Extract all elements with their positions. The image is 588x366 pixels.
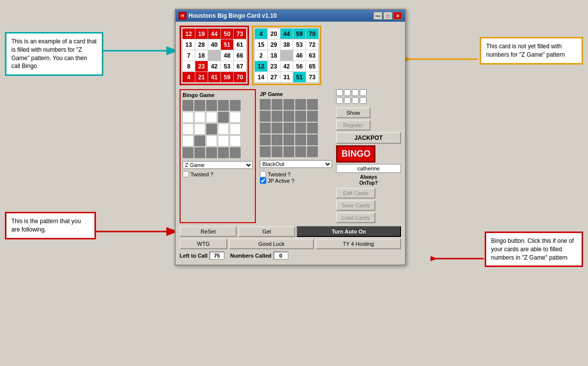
table-row: 31 [280,72,293,83]
table-row: 73 [306,72,319,83]
pattern-cell [230,147,241,158]
app-icon: H [179,12,186,20]
cb6[interactable] [344,97,351,104]
close-button[interactable]: ✕ [393,12,402,20]
edit-cards-button[interactable]: Edit Cards [336,188,375,199]
table-row: 61 [234,39,247,50]
pattern-cell [272,146,282,157]
cb3[interactable] [352,89,359,96]
pattern-cell [183,135,193,146]
pattern-cell [272,99,282,110]
wtg-button[interactable]: WTG [180,238,227,249]
bingo-pattern-grid [183,100,253,158]
ty-hosting-button[interactable]: TY 4 Hosting [315,238,401,249]
show-button[interactable]: Show [336,107,371,118]
red-arrow-left [95,224,181,239]
jp-active-label: JP Active ? [268,178,294,184]
table-row: 67 [234,61,247,72]
pattern-cell [307,123,318,133]
red-arrow-right [431,251,485,266]
table-row: 14 [255,72,268,83]
jp-game-section: JP Game BlackOut Twisted ? JP Active ? [258,89,334,223]
cb8[interactable] [360,97,367,104]
right-panel: Show Register JACKPOT BINGO catherine Al… [336,89,401,223]
pattern-cell [183,112,193,123]
pattern-cell [307,146,318,157]
table-row: 20 [268,29,280,39]
table-row: 4 [183,72,195,83]
pattern-cell [194,112,205,123]
pattern-cell [206,112,217,123]
pattern-cell [218,135,229,146]
maximize-button[interactable]: □ [383,12,392,20]
pattern-cell [218,147,229,158]
jp-active-checkbox[interactable] [260,177,266,184]
cb2[interactable] [344,89,351,96]
jp-active-row: JP Active ? [260,177,332,184]
checkbox-grid [336,89,401,104]
left-to-call-label: Left to Call [180,253,208,259]
pattern-cell [272,123,282,133]
table-row: 73 [234,29,247,39]
table-row: 50 [221,29,234,39]
table-row: 72 [306,39,319,50]
get-button[interactable]: Get [238,226,295,237]
table-row [208,50,221,61]
cb4[interactable] [360,89,367,96]
cb1[interactable] [336,89,343,96]
minimize-button[interactable]: — [373,12,382,20]
table-row: 40 [208,39,221,50]
save-cards-button[interactable]: Save Cards [336,200,375,211]
pattern-cell [230,124,241,134]
pattern-cell [183,100,193,111]
annotation-right: This card is not yet filled with numbers… [480,37,583,65]
jp-game-dropdown[interactable]: BlackOut [260,160,332,168]
table-row: 23 [195,61,208,72]
bingo-twisted-checkbox[interactable] [183,171,189,177]
pattern-cell [283,134,294,145]
table-row: 19 [195,29,208,39]
cb7[interactable] [352,97,359,104]
pattern-cell [295,134,306,145]
register-button[interactable]: Register [336,120,371,131]
table-row: 70 [234,72,247,83]
load-cards-button[interactable]: Load Cards [336,212,375,223]
table-row: 28 [195,39,208,50]
table-row: 42 [280,61,293,72]
table-row: 48 [221,50,234,61]
table-row: 21 [195,72,208,83]
table-row: 51 [293,72,306,83]
jp-game-title: JP Game [260,91,332,97]
pattern-cell [295,99,306,110]
good-luck-button[interactable]: Good Luck [229,238,314,249]
pattern-cell [194,147,205,158]
numbers-called-value: 0 [274,252,288,260]
table-row: 41 [208,72,221,83]
table-row: 4 [255,29,268,39]
gold-arrow [405,52,479,67]
pattern-cell [295,123,306,133]
annotation-bingo: Bingo button. Click this if one of your … [485,232,583,267]
table-row: 7 [183,50,195,61]
reset-button[interactable]: ReSet [180,226,237,237]
table-row: 23 [268,61,280,72]
pattern-cell [283,111,294,122]
bingo-button[interactable]: BINGO [336,145,375,163]
pattern-cell [283,146,294,157]
table-row: 8 [183,61,195,72]
table-row: 13 [183,39,195,50]
bingo-game-dropdown[interactable]: Z Game [183,161,253,169]
pattern-cell [260,111,271,122]
jp-twisted-checkbox[interactable] [260,171,266,177]
table-row: 2 [255,50,268,61]
bingo-card-2: 4204459701529385372218466312234256651427… [252,26,321,85]
table-row: 38 [280,39,293,50]
titlebar-left: H Houstons Big Bingo Card v1.10 [179,12,277,20]
pattern-cell [230,135,241,146]
table-row: 12 [183,29,195,39]
pattern-cell [260,146,271,157]
cb5[interactable] [336,97,343,104]
titlebar-controls: — □ ✕ [373,12,402,20]
catherine-label: catherine [336,164,401,173]
turn-auto-button[interactable]: Turn Auto On [297,226,401,237]
